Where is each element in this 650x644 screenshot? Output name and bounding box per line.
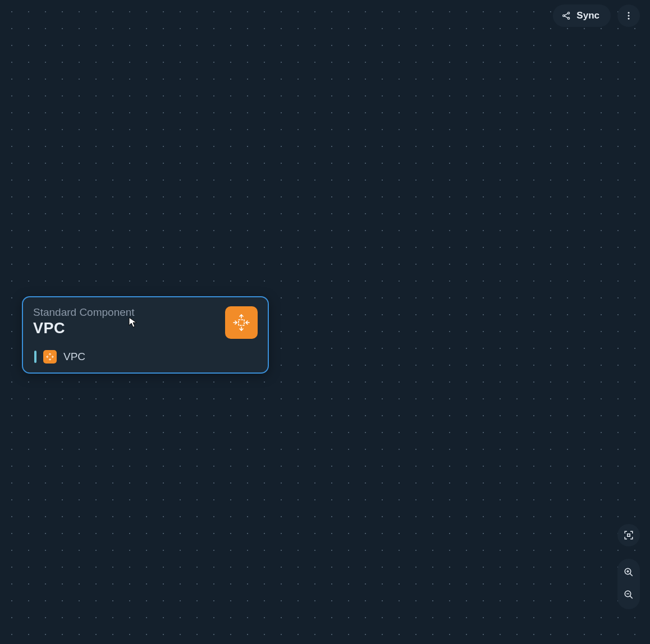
- share-network-icon: [562, 11, 571, 20]
- svg-point-6: [628, 15, 630, 17]
- vpc-icon: [225, 306, 258, 339]
- svg-point-5: [628, 12, 630, 13]
- svg-rect-9: [628, 534, 630, 537]
- svg-line-11: [630, 573, 633, 576]
- vpc-small-icon: [43, 350, 57, 364]
- node-subtitle: Standard Component: [33, 306, 225, 319]
- row-accent-bar: [34, 351, 36, 363]
- zoom-out-button[interactable]: [617, 586, 640, 605]
- svg-point-7: [628, 18, 630, 20]
- svg-line-15: [630, 596, 633, 599]
- node-resource-label: VPC: [63, 351, 85, 363]
- sync-button[interactable]: Sync: [553, 4, 611, 27]
- node-titles: Standard Component VPC: [33, 306, 225, 337]
- fit-view-button[interactable]: [617, 524, 640, 546]
- zoom-out-icon: [624, 590, 634, 601]
- zoom-in-icon: [624, 567, 634, 579]
- node-header: Standard Component VPC: [33, 306, 258, 339]
- svg-line-4: [565, 16, 568, 18]
- zoom-group: [617, 559, 640, 609]
- svg-rect-8: [239, 320, 244, 325]
- canvas-toolbar: Sync: [553, 4, 640, 27]
- more-menu-button[interactable]: [617, 4, 640, 27]
- zoom-controls: [617, 524, 640, 609]
- node-title: VPC: [33, 320, 225, 337]
- sync-button-label: Sync: [576, 10, 599, 21]
- zoom-in-button[interactable]: [617, 563, 640, 582]
- component-node-vpc[interactable]: Standard Component VPC: [22, 296, 269, 374]
- more-vertical-icon: [624, 11, 634, 21]
- node-resource-row[interactable]: VPC: [33, 350, 258, 364]
- fit-screen-icon: [624, 530, 634, 540]
- svg-line-3: [565, 13, 568, 15]
